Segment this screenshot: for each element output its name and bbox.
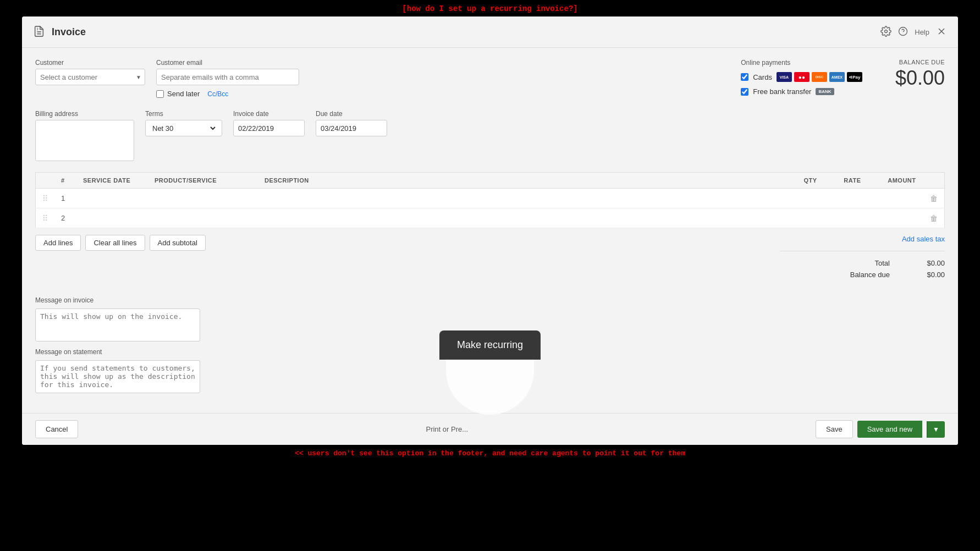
- email-label: Customer email: [156, 59, 299, 67]
- footer-right: Save Save and new ▼: [816, 420, 945, 438]
- bank-transfer-label: Free bank transfer: [753, 87, 811, 96]
- total-label: Total: [824, 259, 890, 267]
- balance-due-label2: Balance due: [824, 271, 890, 279]
- product-cell[interactable]: [148, 208, 258, 228]
- invoice-date-label: Invoice date: [233, 110, 305, 118]
- row-handle-icon[interactable]: ⠿: [42, 194, 48, 203]
- add-subtotal-button[interactable]: Add subtotal: [150, 235, 206, 251]
- billing-label: Billing address: [35, 110, 134, 118]
- balance-due-amount: $0.00: [895, 67, 945, 90]
- balance-row: Balance due $0.00: [824, 271, 945, 279]
- service-date-cell[interactable]: [76, 208, 148, 228]
- invoice-date-input[interactable]: [233, 120, 305, 136]
- totals-section: Add sales tax Total $0.00 Balance due $0…: [780, 235, 945, 279]
- customer-input[interactable]: [40, 73, 140, 81]
- cancel-button[interactable]: Cancel: [35, 420, 78, 438]
- product-cell[interactable]: [148, 189, 258, 208]
- total-row: Total $0.00: [824, 259, 945, 267]
- send-later-checkbox[interactable]: [156, 90, 164, 98]
- clear-lines-button[interactable]: Clear all lines: [85, 235, 145, 251]
- total-value: $0.00: [912, 259, 945, 267]
- second-form-row: Billing address Terms Net 30 Invoice dat…: [35, 110, 945, 161]
- terms-label: Terms: [145, 110, 222, 118]
- email-group: Customer email Send later Cc/Bcc: [156, 59, 299, 98]
- col-handle: [36, 173, 55, 189]
- save-button[interactable]: Save: [816, 420, 853, 438]
- row-number: 2: [61, 214, 65, 222]
- print-preview-link[interactable]: Print or Pre...: [426, 425, 468, 433]
- due-date-input[interactable]: [316, 120, 387, 136]
- message-invoice-input[interactable]: [35, 308, 200, 341]
- add-sales-tax-button[interactable]: Add sales tax: [902, 235, 945, 243]
- modal-footer: Cancel Print or Pre... Save Save and new…: [22, 413, 958, 445]
- amount-cell: [868, 208, 923, 228]
- row-number: 1: [61, 194, 65, 202]
- amex-icon: AMEX: [829, 72, 845, 82]
- send-later-label: Send later: [167, 90, 200, 98]
- terms-dropdown[interactable]: Net 30: [150, 124, 217, 133]
- col-description: DESCRIPTION: [258, 173, 780, 189]
- delete-row-button[interactable]: 🗑: [923, 208, 945, 228]
- svg-point-2: [885, 30, 888, 32]
- dropdown-arrow-icon: ▼: [136, 74, 141, 80]
- bank-transfer-option: Free bank transfer BANK: [741, 87, 862, 96]
- service-date-cell[interactable]: [76, 189, 148, 208]
- billing-address-input[interactable]: [35, 120, 134, 161]
- col-rate: RATE: [824, 173, 868, 189]
- top-form-row: Customer ▼ Customer email Send later Cc/…: [35, 59, 945, 99]
- cc-bcc-button[interactable]: Cc/Bcc: [207, 90, 228, 98]
- message-statement-input[interactable]: [35, 360, 200, 393]
- save-and-new-button[interactable]: Save and new: [857, 421, 922, 438]
- rate-cell[interactable]: [824, 189, 868, 208]
- qty-cell[interactable]: [780, 189, 824, 208]
- invoice-icon: [33, 25, 46, 38]
- billing-group: Billing address: [35, 110, 134, 161]
- col-product: PRODUCT/SERVICE: [148, 173, 258, 189]
- header-left: Invoice: [33, 25, 880, 38]
- balance-due-section: BALANCE DUE $0.00: [895, 59, 945, 90]
- description-cell[interactable]: [258, 208, 780, 228]
- visa-icon: VISA: [777, 72, 792, 82]
- send-later-row: Send later Cc/Bcc: [156, 90, 299, 98]
- cards-payment-option: Cards VISA ●● DISC AMEX ⊲Pay: [741, 72, 862, 82]
- modal-title: Invoice: [52, 26, 86, 38]
- balance-due-label: BALANCE DUE: [895, 59, 945, 65]
- bank-transfer-checkbox[interactable]: [741, 88, 748, 96]
- svg-point-3: [899, 27, 907, 35]
- description-cell[interactable]: [258, 189, 780, 208]
- footer-center: Print or Pre...: [78, 425, 816, 433]
- rate-cell[interactable]: [824, 208, 868, 228]
- col-qty: QTY: [780, 173, 824, 189]
- amount-cell: [868, 189, 923, 208]
- customer-select[interactable]: ▼: [35, 69, 145, 85]
- close-icon[interactable]: [936, 26, 947, 38]
- email-input[interactable]: [156, 69, 299, 85]
- terms-select[interactable]: Net 30: [145, 120, 222, 136]
- balance-due-value: $0.00: [912, 271, 945, 279]
- delete-row-button[interactable]: 🗑: [923, 189, 945, 208]
- mastercard-icon: ●●: [794, 72, 810, 82]
- invoice-table: # SERVICE DATE PRODUCT/SERVICE DESCRIPTI…: [35, 172, 945, 228]
- row-handle-icon[interactable]: ⠿: [42, 214, 48, 223]
- due-date-group: Due date: [316, 110, 387, 161]
- help-label[interactable]: Help: [915, 28, 929, 36]
- col-delete: [923, 173, 945, 189]
- save-new-dropdown-button[interactable]: ▼: [927, 421, 945, 438]
- header-right: Help: [880, 26, 947, 38]
- cards-label: Cards: [753, 73, 772, 81]
- col-service-date: SERVICE DATE: [76, 173, 148, 189]
- due-date-label: Due date: [316, 110, 387, 118]
- make-recurring-tooltip[interactable]: Make recurring: [439, 330, 541, 360]
- cards-checkbox[interactable]: [741, 73, 748, 81]
- help-icon[interactable]: [898, 26, 908, 38]
- tooltip-circle: [446, 360, 534, 415]
- table-actions: Add lines Clear all lines Add subtotal: [35, 235, 206, 251]
- invoice-modal: Invoice Help: [22, 16, 958, 445]
- message-invoice-label: Message on invoice: [35, 296, 945, 304]
- card-icons: VISA ●● DISC AMEX ⊲Pay: [777, 72, 862, 82]
- settings-icon[interactable]: [880, 26, 891, 38]
- discover-icon: DISC: [812, 72, 827, 82]
- qty-cell[interactable]: [780, 208, 824, 228]
- add-lines-button[interactable]: Add lines: [35, 235, 81, 251]
- customer-group: Customer ▼: [35, 59, 145, 85]
